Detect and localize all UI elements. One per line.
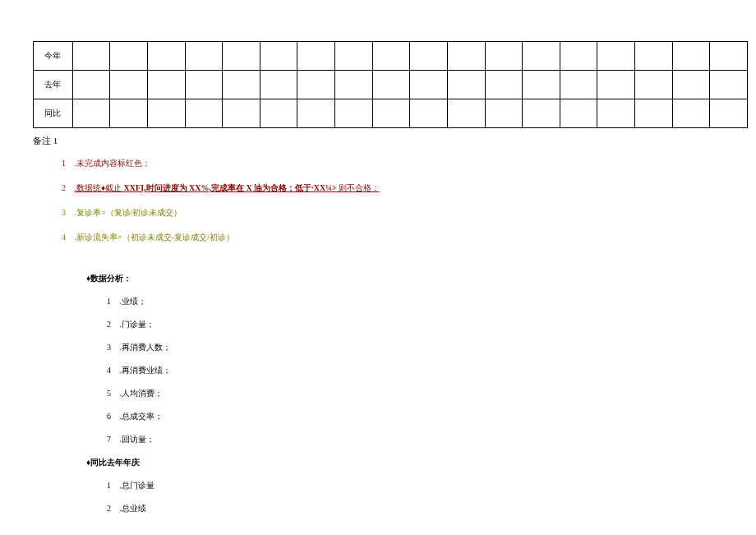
- table-cell: [260, 71, 297, 99]
- table-cell: [410, 71, 448, 99]
- list-item: 4 .再消费业绩；: [107, 365, 756, 376]
- row-label-lastyear: 去年: [34, 71, 73, 99]
- list-item: 3 .再消费人数；: [107, 342, 756, 353]
- table-cell: [223, 99, 260, 128]
- table-cell: [260, 99, 297, 128]
- table-cell: [560, 99, 597, 128]
- table-cell: [223, 42, 260, 71]
- item-text: .总门诊量: [120, 481, 155, 490]
- list-item: 1 .总门诊量: [107, 480, 756, 491]
- note-text: .新诊流失率=（初诊未成交-复诊成交/初诊）: [75, 233, 234, 242]
- list-item: 1 .业绩；: [107, 296, 756, 307]
- notes-section: 备注 1 1 .未完成内容标红色； 2 .数据统♦截止 XXFI,时问进度为 X…: [33, 135, 756, 244]
- table-cell: [560, 71, 597, 99]
- table-cell: [672, 99, 710, 128]
- note-num: 2: [62, 182, 66, 195]
- item-text: .再消费人数；: [120, 343, 172, 352]
- notes-title: 备注 1: [33, 135, 756, 147]
- item-num: 7: [107, 435, 111, 444]
- analysis-list: 1 .业绩； 2 .门诊量； 3 .再消费人数； 4 .再消费业绩； 5 .人均…: [107, 296, 756, 445]
- table-cell: [410, 99, 448, 128]
- table-cell: [372, 99, 410, 128]
- table-cell: [335, 71, 373, 99]
- table-cell: [635, 42, 673, 71]
- item-num: 2: [107, 320, 111, 329]
- table-cell: [485, 71, 523, 99]
- table-cell: [335, 99, 373, 128]
- table-cell: [72, 99, 110, 128]
- note-item: 1 .未完成内容标红色；: [62, 157, 756, 170]
- item-num: 2: [107, 504, 111, 513]
- table-cell: [147, 42, 185, 71]
- data-table: 今年 去年: [33, 41, 748, 128]
- item-num: 4: [107, 366, 111, 375]
- table-cell: [260, 42, 297, 71]
- list-item: 2 .门诊量；: [107, 319, 756, 330]
- table-cell: [485, 42, 523, 71]
- table-cell: [72, 42, 110, 71]
- table-cell: [335, 42, 373, 71]
- table-cell: [147, 99, 185, 128]
- row-label-compare: 同比: [34, 99, 73, 128]
- item-text: .门诊量；: [120, 320, 155, 329]
- table-cell: [447, 71, 485, 99]
- row-label-thisyear: 今年: [34, 42, 73, 71]
- table-cell: [597, 99, 635, 128]
- table-cell: [672, 42, 710, 71]
- note-num: 1: [62, 157, 66, 170]
- table-cell: [710, 71, 748, 99]
- table-cell: [523, 42, 560, 71]
- table-cell: [72, 71, 110, 99]
- note-num: 3: [62, 206, 66, 219]
- table-cell: [185, 42, 223, 71]
- table-row: 同比: [34, 99, 748, 128]
- note-mid: XXFI,时问进度为 XX%,完成率在 X 油为合格；低于·XX¼>: [122, 183, 339, 192]
- table-cell: [110, 42, 148, 71]
- table-cell: [635, 99, 673, 128]
- table-cell: [185, 71, 223, 99]
- item-text: .总成交率；: [120, 412, 164, 421]
- table-cell: [110, 99, 148, 128]
- table-cell: [297, 71, 335, 99]
- table-cell: [223, 71, 260, 99]
- item-num: 3: [107, 343, 111, 352]
- table-cell: [523, 71, 560, 99]
- analysis-section: ♦数据分析： 1 .业绩； 2 .门诊量； 3 .再消费人数； 4 .再消费业绩…: [86, 273, 756, 514]
- note-prefix: .数据统♦截止: [75, 183, 122, 192]
- table-cell: [147, 71, 185, 99]
- note-text: .复诊率=（复诊/初诊未成交）: [75, 208, 182, 217]
- comparison-list: 1 .总门诊量 2 .总业绩: [107, 480, 756, 514]
- note-item: 4 .新诊流失率=（初诊未成交-复诊成交/初诊）: [62, 231, 756, 244]
- list-item: 6 .总成交率；: [107, 411, 756, 422]
- table-cell: [672, 71, 710, 99]
- table-row: 今年: [34, 42, 748, 71]
- table-cell: [710, 42, 748, 71]
- note-text: .未完成内容标红色；: [75, 159, 151, 168]
- item-text: .人均消费；: [120, 389, 164, 398]
- table-cell: [523, 99, 560, 128]
- table-cell: [410, 42, 448, 71]
- list-item: 5 .人均消费；: [107, 388, 756, 399]
- table-cell: [297, 42, 335, 71]
- table-cell: [597, 42, 635, 71]
- analysis-title: ♦数据分析：: [86, 273, 756, 284]
- table-cell: [447, 42, 485, 71]
- note-suffix: 则不合格；: [339, 183, 380, 192]
- item-num: 1: [107, 297, 111, 306]
- table-cell: [447, 99, 485, 128]
- table-cell: [485, 99, 523, 128]
- list-item: 2 .总业绩: [107, 503, 756, 514]
- item-text: .业绩；: [120, 297, 147, 306]
- note-item: 2 .数据统♦截止 XXFI,时问进度为 XX%,完成率在 X 油为合格；低于·…: [62, 182, 756, 195]
- item-num: 1: [107, 481, 111, 490]
- table-cell: [372, 42, 410, 71]
- item-num: 5: [107, 389, 111, 398]
- note-item: 3 .复诊率=（复诊/初诊未成交）: [62, 206, 756, 219]
- table-cell: [372, 71, 410, 99]
- note-num: 4: [62, 231, 66, 244]
- item-text: .回访量；: [120, 435, 155, 444]
- item-text: .再消费业绩；: [120, 366, 172, 375]
- item-text: .总业绩: [120, 504, 147, 513]
- table-row: 去年: [34, 71, 748, 99]
- list-item: 7 .回访量；: [107, 434, 756, 445]
